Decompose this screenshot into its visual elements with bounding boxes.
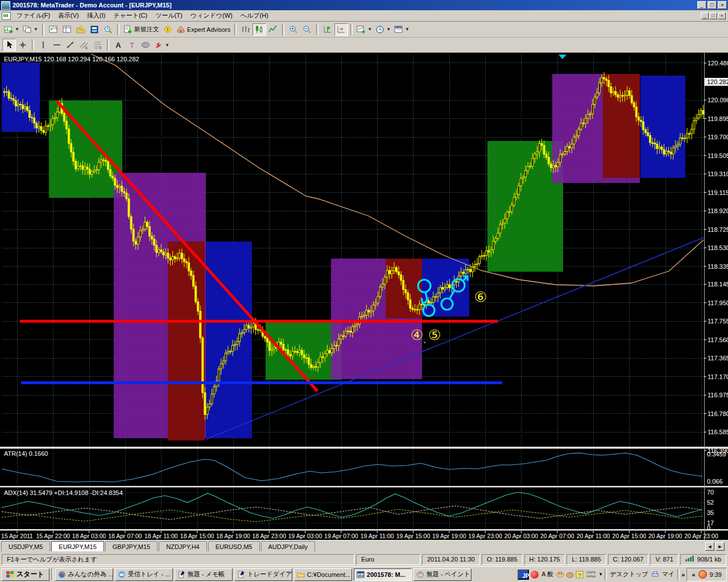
- cursor-tool-button[interactable]: [2, 39, 16, 51]
- tab-USDJPY,M5[interactable]: USDJPY,M5: [1, 541, 50, 551]
- zone-rectangle-maroon[interactable]: [168, 242, 205, 440]
- start-button[interactable]: スタート: [1, 568, 49, 581]
- paint-icon: [416, 571, 424, 579]
- horizontal-line-tool-button[interactable]: [50, 39, 64, 51]
- arrows-tool-button[interactable]: ▼: [152, 39, 171, 51]
- zoom-out-button[interactable]: [300, 23, 314, 36]
- candlestick-mode-button[interactable]: [253, 23, 266, 36]
- zoom-in-button[interactable]: [287, 23, 300, 36]
- menu-表示(V)[interactable]: 表示(V): [54, 11, 83, 20]
- desktop-toolbar[interactable]: デスクトップ: [609, 570, 650, 579]
- tab-scroll-left[interactable]: ◀: [705, 542, 714, 551]
- restore-button[interactable]: □: [708, 1, 717, 9]
- adx-scale-tick: 70: [707, 489, 714, 496]
- menu-チャート(C)[interactable]: チャート(C): [109, 11, 151, 20]
- data-window-button[interactable]: [60, 23, 74, 36]
- taskbar-button[interactable]: C:¥Document...: [294, 568, 352, 581]
- time-tick: 20 Apr 11:00: [577, 533, 610, 539]
- tray-chevron-icon[interactable]: «: [692, 571, 695, 578]
- mdi-minimize-button[interactable]: _: [701, 13, 709, 19]
- taskbar-button[interactable]: 2001578: M...: [354, 568, 412, 581]
- chart-tabs-bar: USDJPY,M5EURJPY,M15GBPJPY,M15NZDJPY,H4EU…: [0, 540, 728, 552]
- windows-logo-icon: [6, 571, 14, 578]
- metaeditor-button[interactable]: !: [161, 23, 175, 36]
- time-tick: 18 Apr 19:00: [216, 533, 250, 539]
- price-tick: 120.090: [708, 97, 728, 103]
- market-watch-button[interactable]: [47, 23, 60, 36]
- fibonacci-tool-button[interactable]: F: [91, 39, 105, 51]
- terminal-button[interactable]: [88, 23, 101, 36]
- auto-scroll-button[interactable]: [321, 23, 334, 36]
- tab-EURJPY,M15[interactable]: EURJPY,M15: [51, 541, 104, 551]
- new-chart-icon: [4, 25, 13, 34]
- tray-update-icon[interactable]: [698, 570, 707, 579]
- ime-palette-icon[interactable]: [556, 571, 564, 579]
- menu-ツール(T)[interactable]: ツール(T): [151, 11, 187, 20]
- tline-icon: [66, 40, 75, 49]
- taskbar-button[interactable]: 受信トレイ - ...: [115, 568, 173, 581]
- tab-AUDJPY,Daily[interactable]: AUDJPY,Daily: [261, 541, 316, 551]
- mail-icon: [118, 571, 126, 579]
- zone-rectangle-green[interactable]: [487, 141, 563, 272]
- my-toolbar[interactable]: マイ: [661, 570, 676, 579]
- tab-NZDJPY,H4[interactable]: NZDJPY,H4: [159, 541, 206, 551]
- chart-shift-button[interactable]: [334, 23, 348, 36]
- minimize-button[interactable]: _: [697, 1, 706, 9]
- new-chart-button[interactable]: ▼: [2, 23, 21, 36]
- menu-ファイル(F)[interactable]: ファイル(F): [13, 11, 54, 20]
- line-chart-mode-button[interactable]: [266, 23, 280, 36]
- tab-EURUSD,M5[interactable]: EURUSD,M5: [208, 541, 260, 551]
- chart-area[interactable]: ④、⑤⑥EURJPY,M15 120.168 120.294 120.166 1…: [0, 53, 728, 540]
- time-tick: 19 Apr 23:00: [468, 533, 502, 539]
- trendline-tool-button[interactable]: [64, 39, 77, 51]
- periods-button[interactable]: ▼: [374, 23, 392, 36]
- tab-scroll-right[interactable]: ▶: [715, 542, 725, 551]
- strategy-tester-button[interactable]: [101, 23, 115, 36]
- atr-label: ATR(14) 0.1660: [4, 450, 48, 457]
- navigator-button[interactable]: [74, 23, 88, 36]
- crosshair-tool-button[interactable]: [16, 39, 30, 51]
- toolbar-separator: [282, 24, 284, 35]
- printer-icon[interactable]: [651, 571, 659, 579]
- tab-GBPJPY,M15[interactable]: GBPJPY,M15: [105, 541, 158, 551]
- indicators-list-button[interactable]: ▼: [355, 23, 374, 36]
- menu-ウィンドウ(W)[interactable]: ウィンドウ(W): [187, 11, 237, 20]
- ime-icon[interactable]: [531, 571, 539, 579]
- bars-icon: [241, 25, 250, 34]
- caps-kana-indicator[interactable]: CAPSKANA: [585, 571, 597, 579]
- zone-rectangle-blue[interactable]: [206, 242, 252, 438]
- bar-chart-mode-button[interactable]: [239, 23, 253, 36]
- ime-language-button[interactable]: JP: [518, 569, 529, 580]
- profiles-button[interactable]: ▼: [21, 23, 40, 36]
- taskbar-button[interactable]: 無題 - ペイント: [413, 568, 471, 581]
- toolbar-chevron-icon[interactable]: »: [681, 571, 685, 578]
- price-tick: 116.780: [708, 410, 728, 417]
- vertical-line-tool-button[interactable]: [36, 39, 50, 51]
- mdi-restore-button[interactable]: □: [709, 13, 717, 19]
- ime-help-icon[interactable]: ?: [576, 571, 584, 579]
- mdi-close-button[interactable]: ×: [718, 13, 726, 19]
- taskbar-button[interactable]: みんなの外為 ...: [55, 568, 113, 581]
- shapes-tool-button[interactable]: [139, 39, 152, 51]
- taskbar-button[interactable]: トレードダイアリ...: [234, 568, 292, 581]
- new-order-button[interactable]: 新規注文: [122, 23, 161, 36]
- templates-button[interactable]: ▼: [392, 23, 411, 36]
- taskbar-button[interactable]: 無題 - メモ帳: [175, 568, 233, 581]
- ime-mode[interactable]: A 般: [540, 570, 555, 579]
- hline-icon: [52, 40, 61, 49]
- menu-ヘルプ(H)[interactable]: ヘルプ(H): [237, 11, 272, 20]
- zone-rectangle-blue[interactable]: [640, 76, 685, 178]
- toolbar-separator: [107, 39, 109, 51]
- status-datetime: 2011.04.20 11:30: [422, 554, 480, 565]
- text-tool-button[interactable]: A: [111, 39, 125, 51]
- text-label-tool-button[interactable]: T: [125, 39, 139, 51]
- zone-rectangle-green[interactable]: [49, 101, 122, 198]
- menu-挿入(I)[interactable]: 挿入(I): [83, 11, 109, 20]
- ime-pad-icon[interactable]: [566, 571, 574, 579]
- expert-advisors-button[interactable]: Expert Advisors: [175, 23, 232, 36]
- time-tick: 18 Apr 15:00: [180, 533, 214, 539]
- notepad-icon: [177, 571, 185, 579]
- ime-chevron-icon[interactable]: ▼: [598, 572, 603, 577]
- channel-tool-button[interactable]: E: [77, 39, 91, 51]
- close-button[interactable]: ×: [718, 1, 727, 9]
